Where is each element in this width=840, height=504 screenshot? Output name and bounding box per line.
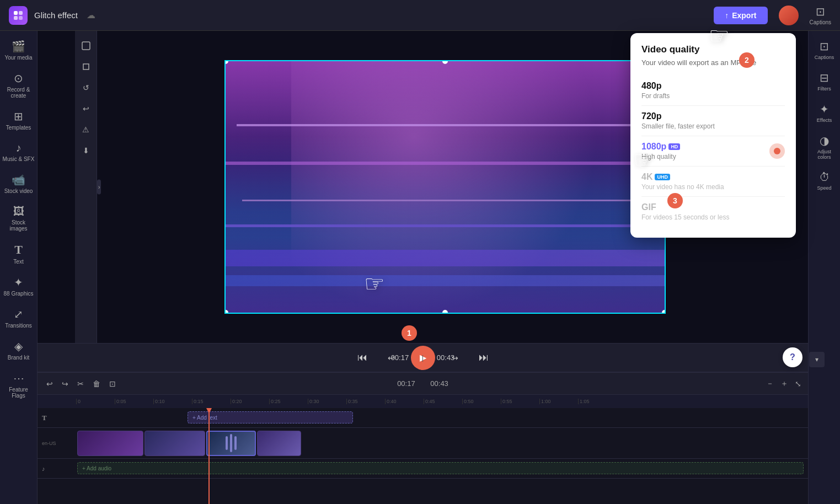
sidebar-item-text[interactable]: T Text	[0, 238, 37, 269]
quality-name-1080p: 1080p HD	[641, 142, 785, 152]
zoom-fit-button[interactable]: ⤡	[793, 377, 804, 390]
sidebar-item-graphics[interactable]: ✦ 88 Graphics	[0, 271, 37, 301]
duplicate-button[interactable]: ⊡	[107, 377, 118, 390]
rotate-tool[interactable]: ↺	[78, 79, 94, 96]
uhd-badge: UHD	[655, 174, 670, 180]
svg-rect-5	[83, 64, 89, 69]
sidebar-item-label-effects: Effects	[817, 117, 832, 123]
send-back-tool[interactable]: ⬇	[78, 142, 94, 159]
export-label: Export	[732, 11, 756, 20]
sidebar-item-captions[interactable]: ⊡ Captions	[809, 35, 840, 65]
ruler-mark-025: 0:25	[269, 399, 308, 404]
sidebar-item-speed[interactable]: ⏱ Speed	[809, 167, 840, 195]
help-button[interactable]: ?	[783, 347, 802, 367]
topbar: Glitch effect ☁ ↑ Export ⊡ Captions	[0, 0, 840, 31]
audio-track: ♪ + Add audio	[38, 459, 808, 479]
text-track-icon: T	[42, 414, 47, 422]
sidebar-item-label-adjust-colors: Adjust colors	[811, 149, 838, 160]
cut-button[interactable]: ✂	[75, 377, 86, 390]
glitch-block-1	[226, 250, 665, 266]
undo-tool[interactable]: ↩	[78, 100, 94, 117]
video-clip-1[interactable]	[77, 431, 143, 456]
text-icon: T	[14, 243, 23, 257]
quality-option-gif[interactable]: GIF For videos 15 seconds or less	[641, 197, 785, 227]
video-track-content[interactable]	[77, 428, 804, 458]
video-preview[interactable]	[224, 60, 666, 314]
captions-button[interactable]: ⊡ Captions	[810, 5, 831, 25]
glitch-line-1	[237, 124, 666, 126]
zoom-out-button[interactable]: －	[764, 377, 776, 391]
ruler-mark-100: 1:00	[539, 399, 578, 404]
quality-option-480p[interactable]: 480p For drafts	[641, 76, 785, 106]
quality-popup-title: Video quality	[641, 44, 785, 55]
crop-tool[interactable]	[78, 58, 94, 75]
ruler-mark-045: 0:45	[424, 399, 462, 404]
svg-rect-0	[14, 11, 18, 15]
audio-track-content: + Add audio	[77, 459, 804, 478]
svg-rect-3	[19, 16, 23, 20]
feature-flags-icon: ⋯	[13, 372, 24, 385]
skip-back-button[interactable]: ⏮	[354, 349, 371, 367]
text-track-label: T	[42, 414, 75, 422]
selected-dot-1080p	[774, 148, 780, 154]
sidebar-item-filters[interactable]: ⊟ Filters	[809, 67, 840, 96]
sidebar-item-effects[interactable]: ✦ Effects	[809, 98, 840, 127]
collapse-sidebar-button[interactable]: ›	[97, 180, 101, 195]
timeline-tracks: T + Add text en-US	[38, 408, 808, 504]
selected-circle-1080p	[769, 143, 785, 159]
app-logo[interactable]	[9, 6, 28, 25]
captions-label: Captions	[810, 19, 831, 25]
redo-button[interactable]: ↪	[60, 377, 71, 390]
filters-icon: ⊟	[820, 71, 829, 84]
quality-name-720p: 720p	[641, 111, 785, 121]
sidebar-item-adjust-colors[interactable]: ◑ Adjust colors	[809, 130, 840, 164]
handle-bottom-left[interactable]	[224, 310, 228, 314]
video-clip-3[interactable]	[206, 431, 256, 456]
quality-option-4k[interactable]: 4K UHD Your video has no 4K media	[641, 167, 785, 197]
sidebar-item-brand[interactable]: ◈ Brand kit	[0, 335, 37, 365]
sidebar-item-label-record-create: Record & create	[2, 87, 35, 99]
hd-badge: HD	[668, 143, 680, 150]
quality-desc-720p: Smaller file, faster export	[641, 122, 785, 130]
effects-icon: ✦	[820, 103, 829, 116]
sidebar-item-feature-flags[interactable]: ⋯ Feature Flags	[0, 367, 37, 403]
text-track-content: + Add text	[77, 408, 804, 427]
add-text-label: + Add text	[192, 415, 217, 421]
select-tool[interactable]	[78, 37, 94, 54]
timeline-ruler: 0 0:05 0:10 0:15 0:20 0:25 0:30 0:35 0:4…	[38, 395, 808, 408]
canvas-tools: ↺ ↩ ⚠ ⬇	[75, 31, 97, 343]
sidebar-item-stock-images[interactable]: 🖼 Stock images	[0, 201, 37, 236]
add-audio-bar[interactable]: + Add audio	[77, 462, 804, 474]
time-separator: |	[422, 353, 424, 362]
sidebar-item-label-feature-flags: Feature Flags	[2, 387, 35, 399]
delete-button[interactable]: 🗑	[90, 377, 103, 390]
user-avatar[interactable]	[779, 6, 799, 25]
export-button[interactable]: ↑ Export	[714, 7, 767, 24]
handle-bottom-right[interactable]	[662, 310, 666, 314]
sidebar-item-your-media[interactable]: 🎬 Your media	[0, 35, 37, 65]
warn-tool[interactable]: ⚠	[78, 121, 94, 138]
skip-forward-button[interactable]: ⏭	[475, 349, 493, 367]
sidebar-item-record-create[interactable]: ⊙ Record & create	[0, 67, 37, 103]
quality-popup-subtitle: Your video will export as an MP4 file	[641, 58, 785, 67]
quality-option-720p[interactable]: 720p Smaller file, faster export	[641, 106, 785, 136]
video-track-label: en-US	[42, 441, 75, 446]
quality-desc-480p: For drafts	[641, 92, 785, 100]
undo-button[interactable]: ↩	[44, 377, 55, 390]
quality-option-1080p[interactable]: 1080p HD High quality	[641, 136, 785, 167]
timeline-time-total: 00:43	[430, 379, 448, 388]
sidebar-item-stock-video[interactable]: 📹 Stock video	[0, 169, 37, 199]
video-clip-2[interactable]	[145, 431, 205, 456]
add-text-bar[interactable]: + Add text	[188, 411, 353, 423]
handle-bottom-center[interactable]	[442, 310, 448, 314]
video-clip-4[interactable]	[257, 431, 301, 456]
audio-track-label: ♪	[42, 465, 75, 472]
ruler-marks: 0 0:05 0:10 0:15 0:20 0:25 0:30 0:35 0:4…	[76, 395, 808, 408]
chevron-down-button[interactable]: ▾	[809, 352, 825, 367]
audio-track-icon: ♪	[42, 465, 45, 472]
zoom-in-button[interactable]: ＋	[778, 377, 790, 391]
sidebar-item-templates[interactable]: ⊞ Templates	[0, 105, 37, 135]
captions-icon: ⊡	[816, 5, 825, 18]
sidebar-item-music-sfx[interactable]: ♪ Music & SFX	[0, 137, 37, 167]
sidebar-item-transitions[interactable]: ⤢ Transitions	[0, 303, 37, 333]
